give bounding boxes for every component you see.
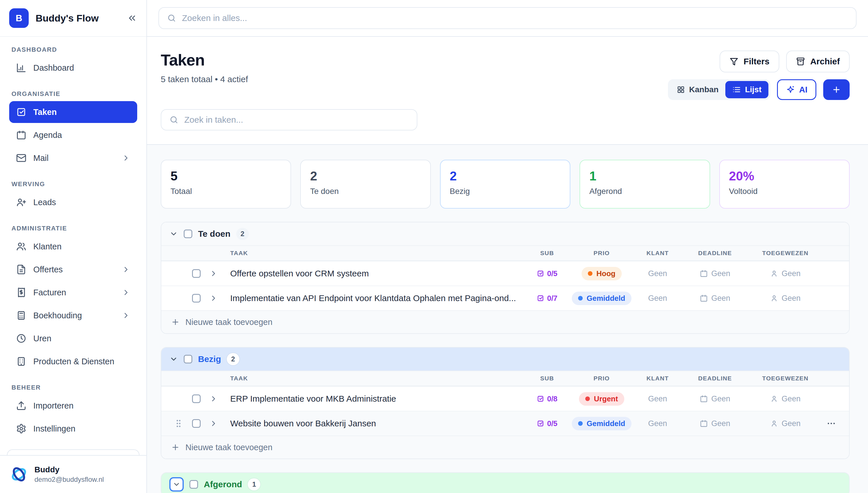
row-menu-button[interactable]: [823, 419, 840, 428]
sidebar-item-boekhouding[interactable]: Boekhouding: [9, 304, 137, 326]
receipt-icon: [16, 287, 26, 298]
deadline-cell[interactable]: Geen: [682, 419, 748, 428]
global-search[interactable]: [158, 7, 856, 29]
sidebar-item-instellingen[interactable]: Instellingen: [9, 418, 137, 440]
sidebar-item-mail[interactable]: Mail: [9, 147, 137, 169]
subtask-check-icon: [537, 420, 544, 427]
klant-cell[interactable]: Geen: [633, 269, 682, 278]
stat-card-afgerond[interactable]: 1 Afgerond: [579, 160, 710, 209]
sidebar-item-dashboard[interactable]: Dashboard: [9, 57, 137, 79]
sidebar-item-facturen[interactable]: Facturen: [9, 282, 137, 303]
sidebar-item-taken[interactable]: Taken: [9, 101, 137, 123]
priority-badge[interactable]: Urgent: [579, 392, 624, 406]
sidebar-item-label: Mail: [33, 153, 48, 163]
priority-badge[interactable]: Hoog: [581, 267, 622, 280]
nav-section-dashboard: DASHBOARD: [12, 46, 137, 53]
filters-button[interactable]: Filters: [719, 50, 779, 72]
group-count-badge: 2: [227, 353, 239, 365]
priority-badge[interactable]: Gemiddeld: [572, 417, 632, 430]
task-checkbox[interactable]: [192, 394, 201, 403]
klant-cell[interactable]: Geen: [633, 394, 682, 403]
sidebar-item-importeren[interactable]: Importeren: [9, 395, 137, 416]
group-checkbox[interactable]: [184, 230, 192, 238]
task-checkbox[interactable]: [192, 419, 201, 428]
topbar: [147, 0, 868, 37]
page-subtitle: 5 taken totaal • 4 actief: [161, 74, 248, 84]
task-title[interactable]: Website bouwen voor Bakkerij Jansen: [221, 419, 524, 428]
column-header-sub: SUB: [524, 250, 570, 257]
user-profile[interactable]: Buddy demo2@buddysflow.nl: [0, 455, 146, 493]
task-checkbox[interactable]: [192, 269, 201, 278]
task-title[interactable]: ERP Implementatie voor MKB Administratie: [221, 394, 524, 404]
task-search[interactable]: [161, 109, 417, 130]
task-row: ERP Implementatie voor MKB Administratie…: [161, 386, 849, 411]
subtask-check-icon: [537, 295, 544, 302]
klant-cell[interactable]: Geen: [633, 419, 682, 428]
archive-button[interactable]: Archief: [786, 50, 850, 72]
plus-icon: [832, 85, 841, 94]
archive-icon: [796, 57, 805, 66]
toegewezen-cell[interactable]: Geen: [748, 269, 823, 278]
stat-card-te-doen[interactable]: 2 Te doen: [300, 160, 431, 209]
chevron-down-icon[interactable]: [169, 355, 178, 363]
view-kanban-button[interactable]: Kanban: [670, 81, 726, 98]
priority-badge[interactable]: Gemiddeld: [572, 292, 632, 305]
add-task-button[interactable]: [823, 79, 850, 100]
deadline-cell[interactable]: Geen: [682, 269, 748, 278]
stat-card-totaal[interactable]: 5 Totaal: [161, 160, 291, 209]
stat-card-bezig[interactable]: 2 Bezig: [440, 160, 570, 209]
subtask-count: 0/7: [524, 294, 570, 303]
task-title[interactable]: Implementatie van API Endpoint voor Klan…: [221, 293, 524, 303]
task-title[interactable]: Offerte opstellen voor CRM systeem: [221, 269, 524, 278]
sidebar-collapse-button[interactable]: [127, 13, 137, 23]
add-task-row[interactable]: Nieuwe taak toevoegen: [161, 310, 849, 333]
sidebar-item-label: Klanten: [33, 242, 62, 251]
stat-label: Te doen: [310, 187, 421, 196]
ai-button[interactable]: AI: [777, 79, 816, 100]
chevron-right-icon[interactable]: [206, 294, 221, 302]
chevron-right-icon[interactable]: [206, 419, 221, 428]
group-checkbox[interactable]: [184, 355, 192, 363]
priority-dot-icon: [585, 396, 590, 401]
sidebar-header: B Buddy's Flow: [0, 0, 146, 37]
task-search-input[interactable]: [184, 115, 409, 125]
stat-label: Afgerond: [589, 187, 700, 196]
chevron-right-icon[interactable]: [206, 269, 221, 278]
stat-card-voltooid[interactable]: 20% Voltooid: [719, 160, 850, 209]
group-checkbox[interactable]: [189, 480, 198, 489]
sidebar-item-label: Agenda: [33, 130, 62, 140]
sidebar-item-leads[interactable]: Leads: [9, 191, 137, 213]
toegewezen-cell[interactable]: Geen: [748, 294, 823, 303]
stat-cards: 5 Totaal 2 Te doen 2 Bezig 1 Afgerond 20…: [161, 160, 850, 209]
group-bezig: Bezig 2 TAAK SUB PRIO KLANT DEADLINE TOE…: [161, 347, 850, 459]
app-logo: B: [9, 8, 29, 28]
global-search-input[interactable]: [182, 13, 848, 23]
view-lijst-button[interactable]: Lijst: [725, 81, 769, 98]
sidebar-item-producten-diensten[interactable]: Producten & Diensten: [9, 350, 137, 372]
user-email: demo2@buddysflow.nl: [35, 475, 104, 484]
user-icon: [770, 420, 778, 428]
column-header-prio: PRIO: [570, 250, 633, 257]
sidebar-item-agenda[interactable]: Agenda: [9, 124, 137, 146]
sidebar-item-label: Offertes: [33, 265, 63, 274]
gear-icon: [16, 424, 26, 434]
calendar-icon: [700, 294, 708, 302]
toegewezen-cell[interactable]: Geen: [748, 394, 823, 403]
chevron-right-icon[interactable]: [206, 394, 221, 403]
deadline-cell[interactable]: Geen: [682, 294, 748, 303]
content-area: 5 Totaal 2 Te doen 2 Bezig 1 Afgerond 20…: [147, 145, 868, 493]
task-checkbox[interactable]: [192, 294, 201, 302]
chevron-down-icon[interactable]: [169, 230, 178, 238]
stat-label: Totaal: [170, 187, 281, 196]
sidebar-item-uren[interactable]: Uren: [9, 327, 137, 349]
chevron-down-icon[interactable]: [169, 477, 184, 492]
calculator-icon: [16, 310, 26, 321]
sidebar-item-klanten[interactable]: Klanten: [9, 236, 137, 257]
sidebar-item-offertes[interactable]: Offertes: [9, 259, 137, 280]
drag-handle[interactable]: [170, 419, 187, 428]
add-task-row[interactable]: Nieuwe taak toevoegen: [161, 435, 849, 458]
sidebar-item-label: Taken: [33, 107, 57, 117]
deadline-cell[interactable]: Geen: [682, 394, 748, 403]
toegewezen-cell[interactable]: Geen: [748, 419, 823, 428]
klant-cell[interactable]: Geen: [633, 294, 682, 303]
